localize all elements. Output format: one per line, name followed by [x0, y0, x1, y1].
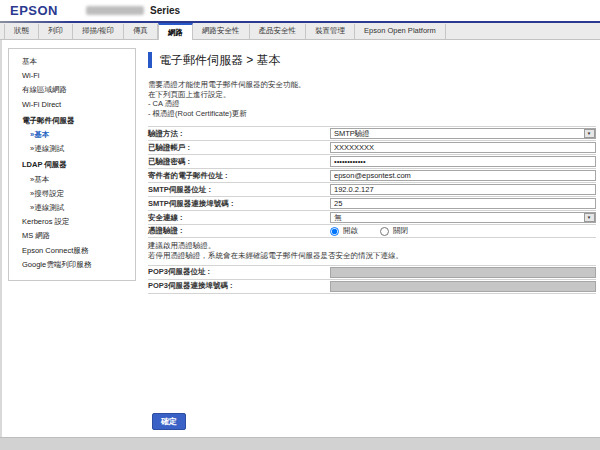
pop3-port-input: [330, 281, 596, 292]
intro-line: 需要憑證才能使用電子郵件伺服器的安全功能。: [148, 80, 596, 90]
certificate-validation-label: 憑證驗證 :: [148, 226, 330, 236]
epson-web-config-page: EPSON Series 狀態 列印 掃描/複印 傳真 網路 網路安全性 產品安…: [0, 0, 600, 450]
auth-account-input[interactable]: [330, 142, 596, 153]
auth-method-value: SMTP驗證: [334, 129, 370, 139]
tab-network-security[interactable]: 網路安全性: [193, 24, 250, 39]
form-row-auth-method: 驗證方法 : SMTP驗證 ▼: [148, 126, 596, 140]
cert-validation-off-radio[interactable]: [380, 227, 389, 236]
sidebar-item-ms-network[interactable]: MS 網路: [9, 229, 135, 243]
cert-validation-on-radio[interactable]: [330, 227, 339, 236]
cert-validation-off-label: 關閉: [393, 226, 408, 236]
header: EPSON Series: [0, 0, 600, 21]
smtp-port-input[interactable]: [330, 198, 596, 209]
auth-password-label: 已驗證密碼 :: [148, 157, 330, 167]
left-edge-divider: [0, 40, 2, 437]
sidebar-item-wired-lan[interactable]: 有線區域網路: [9, 83, 135, 97]
pop3-address-input: [330, 267, 596, 278]
note-line: 若停用憑證驗證，系統會在未經確認電子郵件伺服器是否安全的情況下連線。: [148, 251, 596, 261]
secure-connection-label: 安全連線 :: [148, 213, 330, 223]
sidebar-item-email-connection-test[interactable]: »連線測試: [9, 142, 135, 156]
page-title: 電子郵件伺服器 > 基本: [148, 52, 596, 68]
sidebar-item-epson-connect[interactable]: Epson Connect服務: [9, 244, 135, 258]
sidebar-item-ldap-basic[interactable]: »基本: [9, 173, 135, 187]
smtp-address-label: SMTP伺服器位址 :: [148, 185, 330, 195]
form-row-smtp-address: SMTP伺服器位址 :: [148, 182, 596, 196]
form-row-auth-account: 已驗證帳戶 :: [148, 140, 596, 154]
secure-connection-select[interactable]: 無 ▼: [330, 212, 596, 223]
sidebar-section-email-server: 電子郵件伺服器: [9, 114, 135, 128]
tab-network[interactable]: 網路: [158, 23, 193, 40]
sidebar-item-wifi[interactable]: Wi-Fi: [9, 69, 135, 83]
sender-email-input[interactable]: [330, 170, 596, 181]
tab-fax[interactable]: 傳真: [124, 24, 158, 39]
dropdown-arrow-icon[interactable]: ▼: [584, 129, 595, 138]
email-server-form: 驗證方法 : SMTP驗證 ▼ 已驗證帳戶 : 已驗證密碼 :: [148, 126, 596, 293]
series-label: Series: [150, 5, 180, 16]
sidebar-item-ldap-search-settings[interactable]: »搜尋設定: [9, 187, 135, 201]
pop3-address-label: POP3伺服器位址 :: [148, 267, 330, 277]
cert-validation-on-label: 開啟: [343, 226, 358, 236]
sidebar-item-kerberos-settings[interactable]: Kerberos 設定: [9, 215, 135, 229]
dropdown-arrow-icon[interactable]: ▼: [584, 213, 595, 222]
tab-device-management[interactable]: 裝置管理: [306, 24, 355, 39]
tab-status[interactable]: 狀態: [4, 24, 39, 39]
sidebar-section-ldap-server: LDAP 伺服器: [9, 158, 135, 172]
pop3-port-label: POP3伺服器連接埠號碼 :: [148, 281, 330, 291]
tab-print[interactable]: 列印: [39, 24, 73, 39]
form-row-auth-password: 已驗證密碼 :: [148, 154, 596, 168]
auth-method-label: 驗證方法 :: [148, 129, 330, 139]
epson-logo: EPSON: [10, 3, 58, 18]
ok-button[interactable]: 確定: [152, 413, 186, 430]
sidebar-item-wifi-direct[interactable]: Wi-Fi Direct: [9, 98, 135, 112]
form-row-sender-email: 寄件者的電子郵件位址 :: [148, 168, 596, 182]
intro-line: 在下列頁面上進行設定。: [148, 90, 596, 100]
content-area: 基本 Wi-Fi 有線區域網路 Wi-Fi Direct 電子郵件伺服器 »基本…: [0, 40, 600, 437]
smtp-port-label: SMTP伺服器連接埠號碼 :: [148, 199, 330, 209]
main-panel: 電子郵件伺服器 > 基本 需要憑證才能使用電子郵件伺服器的安全功能。 在下列頁面…: [148, 52, 596, 294]
intro-line: - CA 憑證: [148, 99, 596, 109]
auth-method-select[interactable]: SMTP驗證 ▼: [330, 128, 596, 139]
intro-line: - 根憑證(Root Certificate)更新: [148, 109, 596, 119]
intro-text: 需要憑證才能使用電子郵件伺服器的安全功能。 在下列頁面上進行設定。 - CA 憑…: [148, 80, 596, 118]
auth-password-input[interactable]: [330, 156, 596, 167]
auth-account-label: 已驗證帳戶 :: [148, 143, 330, 153]
form-row-secure-connection: 安全連線 : 無 ▼: [148, 210, 596, 224]
model-name-redacted: [86, 6, 144, 15]
tab-scan-copy[interactable]: 掃描/複印: [73, 24, 124, 39]
form-row-smtp-port: SMTP伺服器連接埠號碼 :: [148, 196, 596, 210]
note-line: 建議啟用憑證驗證。: [148, 241, 596, 251]
certificate-validation-radios: 開啟 關閉: [330, 226, 408, 236]
sidebar-item-email-basic[interactable]: »基本: [9, 128, 135, 142]
footer-bar: [0, 437, 600, 450]
form-row-pop3-port: POP3伺服器連接埠號碼 :: [148, 279, 596, 294]
sidebar-item-basic[interactable]: 基本: [9, 55, 135, 69]
sidebar: 基本 Wi-Fi 有線區域網路 Wi-Fi Direct 電子郵件伺服器 »基本…: [8, 48, 136, 281]
sidebar-item-ldap-connection-test[interactable]: »連線測試: [9, 201, 135, 215]
certificate-validation-note: 建議啟用憑證驗證。 若停用憑證驗證，系統會在未經確認電子郵件伺服器是否安全的情況…: [148, 237, 596, 264]
smtp-address-input[interactable]: [330, 184, 596, 195]
form-row-pop3-address: POP3伺服器位址 :: [148, 265, 596, 279]
sidebar-item-google-cloud-print[interactable]: Google雲端列印服務: [9, 258, 135, 272]
sender-email-label: 寄件者的電子郵件位址 :: [148, 171, 330, 181]
form-row-certificate-validation: 憑證驗證 : 開啟 關閉: [148, 224, 596, 237]
tab-epson-open-platform[interactable]: Epson Open Platform: [355, 24, 446, 39]
secure-connection-value: 無: [334, 213, 342, 223]
tab-bar: 狀態 列印 掃描/複印 傳真 網路 網路安全性 產品安全性 裝置管理 Epson…: [0, 23, 600, 40]
tab-product-security[interactable]: 產品安全性: [250, 24, 307, 39]
